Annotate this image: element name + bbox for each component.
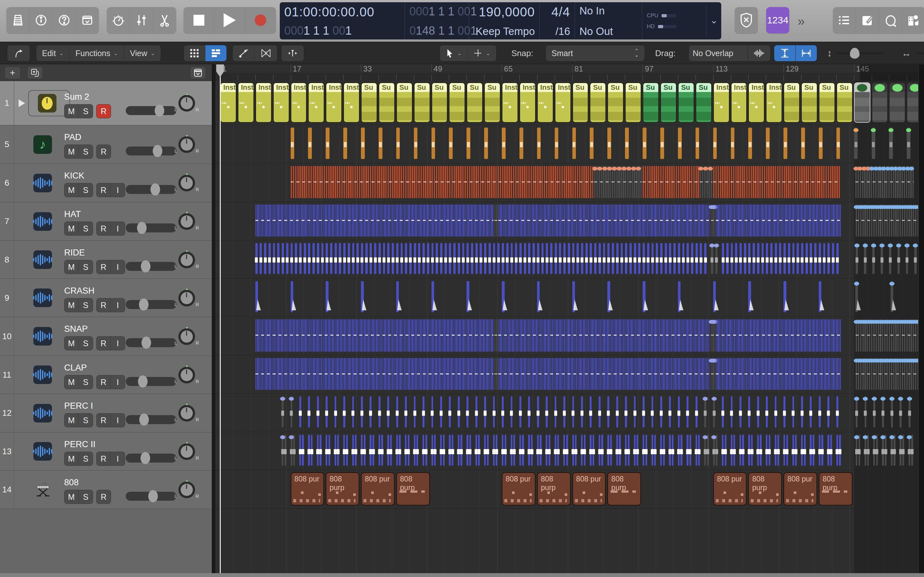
region-bar[interactable] bbox=[405, 435, 407, 466]
region-bar[interactable] bbox=[414, 243, 416, 274]
region-bar[interactable] bbox=[387, 243, 389, 274]
region-bar[interactable] bbox=[590, 396, 591, 428]
region-bar[interactable] bbox=[722, 396, 724, 428]
region-bar[interactable] bbox=[891, 435, 893, 466]
region-bar[interactable] bbox=[804, 435, 806, 466]
region-bar[interactable] bbox=[387, 435, 389, 466]
region-bar[interactable] bbox=[295, 243, 297, 274]
info-icon[interactable] bbox=[29, 7, 53, 33]
region-bar[interactable] bbox=[891, 281, 893, 312]
region-stripes[interactable] bbox=[711, 205, 715, 237]
region-bar[interactable] bbox=[783, 243, 786, 274]
region-bar[interactable] bbox=[766, 435, 767, 466]
region-bar[interactable] bbox=[907, 127, 911, 159]
region-bar[interactable] bbox=[593, 435, 594, 466]
volume-slider[interactable] bbox=[126, 377, 176, 386]
region-bar[interactable] bbox=[396, 281, 399, 312]
region-808[interactable]: 808 purp bbox=[326, 472, 359, 506]
region-bar[interactable] bbox=[625, 396, 627, 428]
stack-icon[interactable] bbox=[38, 94, 57, 113]
region-bar[interactable] bbox=[524, 243, 526, 274]
region-bar[interactable] bbox=[528, 435, 530, 466]
region-stripes[interactable] bbox=[498, 205, 710, 237]
region-bar[interactable] bbox=[757, 396, 759, 428]
wave-icon[interactable] bbox=[33, 288, 52, 307]
region-bar[interactable] bbox=[431, 281, 435, 312]
track-row-ride[interactable]: 8RIDEMSRILR bbox=[0, 241, 212, 279]
region-stripes[interactable] bbox=[494, 358, 498, 390]
region-bar[interactable] bbox=[610, 435, 612, 466]
region-bar[interactable] bbox=[872, 243, 875, 274]
region-bar[interactable] bbox=[872, 127, 876, 159]
region-bar[interactable] bbox=[321, 243, 324, 274]
wave-icon[interactable] bbox=[33, 174, 52, 192]
region-bar[interactable] bbox=[467, 435, 468, 466]
region-bar[interactable] bbox=[568, 243, 570, 274]
region-bar[interactable] bbox=[425, 435, 427, 466]
region-bar[interactable] bbox=[796, 243, 799, 274]
pan-knob[interactable]: LR bbox=[178, 405, 195, 422]
region-bar[interactable] bbox=[423, 243, 425, 274]
region-bar[interactable] bbox=[418, 243, 420, 274]
lane-clap[interactable] bbox=[216, 356, 918, 394]
tuner-icon[interactable] bbox=[107, 7, 130, 33]
track-name[interactable]: RIDE bbox=[64, 248, 85, 258]
region-su[interactable]: Su bbox=[467, 82, 483, 123]
region-bar[interactable] bbox=[643, 243, 645, 274]
region-bar[interactable] bbox=[308, 243, 310, 274]
track-row-kick[interactable]: 6KICKMSRILR bbox=[0, 164, 212, 202]
input-monitor-button[interactable]: I bbox=[111, 298, 125, 312]
region-bar[interactable] bbox=[586, 243, 588, 274]
region-cell[interactable] bbox=[872, 82, 888, 123]
region-bar[interactable] bbox=[742, 435, 744, 466]
region-bar[interactable] bbox=[334, 396, 336, 428]
lane-t808[interactable]: 808 pur808 purp808 pur808 purp808 pur808… bbox=[216, 470, 918, 509]
lane-snap[interactable] bbox=[216, 317, 918, 356]
volume-slider[interactable] bbox=[126, 415, 176, 424]
region-bar[interactable] bbox=[601, 435, 603, 466]
region-bar[interactable] bbox=[311, 435, 312, 466]
region-bar[interactable] bbox=[713, 396, 715, 428]
keys-icon[interactable] bbox=[33, 480, 52, 499]
region-bar[interactable] bbox=[900, 435, 901, 466]
region-bar[interactable] bbox=[713, 435, 715, 466]
region-bar[interactable] bbox=[711, 243, 713, 274]
record-enable-button[interactable]: R bbox=[97, 145, 111, 158]
region-bar[interactable] bbox=[827, 243, 830, 274]
region-bar[interactable] bbox=[487, 435, 489, 466]
bar-ruler[interactable]: 1173349658197113129145 bbox=[216, 64, 918, 81]
region-bar[interactable] bbox=[590, 435, 591, 466]
track-header-options-button[interactable] bbox=[190, 66, 206, 79]
track-row-808[interactable]: 14808MSRLR bbox=[0, 471, 212, 509]
region-bar[interactable] bbox=[326, 396, 328, 428]
region-bar[interactable] bbox=[374, 243, 376, 274]
region-bar[interactable] bbox=[572, 243, 575, 274]
lane-kick[interactable] bbox=[216, 163, 918, 202]
volume-slider[interactable] bbox=[126, 338, 176, 347]
tracks-view-icon[interactable] bbox=[205, 45, 226, 61]
region-stripes[interactable] bbox=[643, 166, 699, 198]
region-bar[interactable] bbox=[837, 127, 840, 159]
region-cell[interactable] bbox=[907, 82, 918, 123]
region-bar[interactable] bbox=[308, 435, 310, 466]
region-bar[interactable] bbox=[423, 396, 425, 428]
region-bar[interactable] bbox=[584, 435, 586, 466]
region-bar[interactable] bbox=[320, 435, 321, 466]
region-808[interactable]: 808 purp bbox=[819, 472, 853, 506]
grid-view-icon[interactable] bbox=[184, 45, 205, 61]
region-bar[interactable] bbox=[690, 435, 691, 466]
region-bar[interactable] bbox=[381, 435, 383, 466]
region-bar[interactable] bbox=[678, 396, 680, 428]
region-bar[interactable] bbox=[625, 127, 629, 159]
region-bar[interactable] bbox=[621, 243, 623, 274]
region-bar[interactable] bbox=[819, 396, 821, 428]
region-bar[interactable] bbox=[282, 435, 283, 466]
region-bar[interactable] bbox=[766, 243, 768, 274]
region-su[interactable]: Su bbox=[819, 82, 835, 123]
automation-icon[interactable] bbox=[233, 45, 255, 61]
region-bar[interactable] bbox=[396, 127, 400, 159]
region-bar[interactable] bbox=[564, 435, 565, 466]
pan-knob[interactable]: LR bbox=[178, 136, 195, 153]
list-editors-icon[interactable] bbox=[833, 7, 856, 33]
region-bar[interactable] bbox=[691, 243, 693, 274]
